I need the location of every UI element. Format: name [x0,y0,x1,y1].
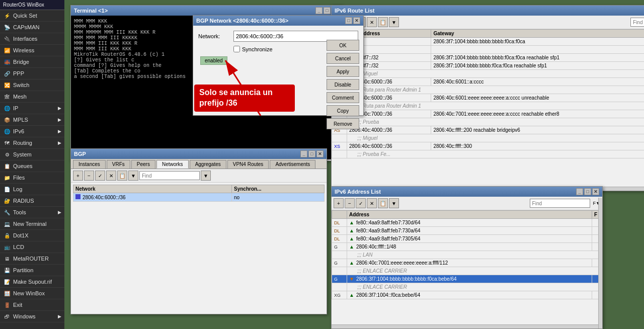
addr-disable-btn[interactable]: ✕ [367,198,377,208]
bgp-tab-vpn4routes[interactable]: VPN4 Routes [227,160,269,169]
addr-filter-btn[interactable]: ▼ [389,198,399,208]
addr-table-row[interactable]: DL ▲fe80::4aa9:8aff:feb7:730d/64 [332,219,602,227]
sidebar-item-windows[interactable]: 🗗 Windows ▶ [0,311,64,322]
bgp-copy-btn[interactable]: 📋 [117,171,127,181]
sidebar-item-mpls[interactable]: 📦 MPLS ▶ [0,114,64,126]
sidebar-item-new-winbox[interactable]: 🪟 New WinBox [0,288,64,299]
bgp-tab-instances[interactable]: Instances [73,160,106,169]
ipv6-addr-titlebar[interactable]: IPv6 Address List _ □ ✕ [332,187,602,197]
bgp-search-input[interactable] [139,171,200,180]
comment-button[interactable]: Comment [327,92,359,103]
terminal-titlebar[interactable]: Terminal <1> _ □ ✕ [71,6,342,16]
sidebar-item-make-supout[interactable]: 📝 Make Supout.rif [0,276,64,288]
addr-remove-btn[interactable]: − [345,198,355,208]
bgp-tab-advertisements[interactable]: Advertisements [270,160,315,169]
sidebar-item-quick-set[interactable]: ⚡ Quick Set [0,10,64,22]
sidebar-item-interfaces[interactable]: 🔌 Interfaces [0,33,64,45]
route-table-row[interactable]: DAb ::/0 [332,46,645,54]
sidebar-item-ip[interactable]: 🌐 IP ▶ [0,103,64,114]
route-table-row[interactable]: DAb 2806:3f7::/32 2806:3f7:1004:bbbb:bbb… [332,62,645,70]
bgp-maximize-btn[interactable]: □ [308,150,315,157]
addr-table-row[interactable]: XG ▲2806:3f7:1004::f0ca:bebe/64 [332,291,602,299]
route-table-row[interactable]: AS 2806:40c:7000::/36 2806:40c:7001:eeee… [332,110,645,118]
addr-enable-btn[interactable]: ✓ [356,198,366,208]
sidebar-item-wireless[interactable]: 📶 Wireless [0,45,64,56]
apply-button[interactable]: Apply [327,66,359,77]
route-table-row[interactable]: ;;; Ruta para Router Admin 1 [332,86,645,94]
sidebar-item-queues[interactable]: 📋 Queues [0,160,64,172]
sidebar-item-partition[interactable]: 💾 Partition [0,265,64,276]
bgp-remove-btn[interactable]: − [84,171,94,181]
route-copy-btn[interactable]: 📋 [378,17,388,27]
ipv6-route-titlebar[interactable]: IPv6 Route List _ □ ✕ [332,6,644,16]
bgp-tab-aggregates[interactable]: Aggregates [190,160,226,169]
ipv6-addr-close-btn[interactable]: ✕ [592,188,599,195]
addr-table-row[interactable]: DL ▲fe80::4aa9:8aff:feb7:730a/64 [332,227,602,235]
addr-copy-btn[interactable]: 📋 [378,198,388,208]
addr-table-row[interactable]: G ▲2806:40c:ffff::1/48 [332,243,602,251]
bgp-disable-btn[interactable]: ✕ [106,171,116,181]
route-table-row[interactable]: DAb 2806:3f7::/32 2806:3f7:1004:bbbb:bbb… [332,54,645,62]
sidebar-item-lcd[interactable]: 📺 LCD [0,241,64,253]
disable-button[interactable]: Disable [327,79,359,90]
addr-search-input[interactable] [530,199,590,208]
sidebar-item-metarouter[interactable]: 🖥 MetaROUTER [0,253,64,265]
addr-table-row[interactable]: G ▲2806:40c:7001:eeee:eeee:eeee:a:ffff/1… [332,259,602,267]
cancel-button[interactable]: Cancel [327,53,359,64]
addr-vscrollbar[interactable] [598,198,602,328]
route-table-row[interactable]: ;;; Miguel [332,134,645,142]
route-table-row[interactable]: ;;; Prueba Fe... [332,150,645,158]
addr-table-row[interactable]: ;;; ENLACE CARRIER [332,267,602,275]
terminal-maximize-btn[interactable]: □ [324,7,331,14]
sidebar-item-ppp[interactable]: 🔗 PPP [0,68,64,79]
bgp-search-arrow-btn[interactable]: ▼ [201,171,211,181]
route-table-row[interactable]: ;;; Prueba [332,118,645,126]
addr-table-row[interactable]: DL ▲fe80::4aa9:8aff:feb7:7305/64 [332,235,602,243]
bgp-table-row[interactable]: 2806:40c:6000::/36 no [73,193,325,202]
bgp-tab-peers[interactable]: Peers [131,160,155,169]
sidebar-item-dot1x[interactable]: 🔒 Dot1X [0,230,64,241]
sidebar-item-exit[interactable]: 🚪 Exit [0,299,64,311]
route-search-input[interactable] [630,18,644,27]
addr-table-row[interactable]: G ▼2806:3f7:1004:bbbb:bbbb:bbbb:f0ca:beb… [332,275,602,283]
bgp-minimize-btn[interactable]: _ [300,150,307,157]
route-table-row[interactable]: ;;; Ruta para Router Admin 1 [332,102,645,110]
sidebar-item-switch[interactable]: 🔀 Switch [0,79,64,91]
addr-table-row[interactable]: ;;; LAN [332,251,602,259]
bgp-tab-networks[interactable]: Networks [156,160,189,169]
sidebar-item-ipv6[interactable]: 🌐 IPv6 ▶ [0,126,64,137]
sidebar-item-files[interactable]: 📁 Files [0,172,64,184]
bgp-titlebar[interactable]: BGP _ □ ✕ [71,149,327,159]
bgp-network-dialog-close-btn[interactable]: ✕ [353,17,360,24]
sidebar-item-routing[interactable]: 🗺 Routing ▶ [0,137,64,149]
route-table-row[interactable]: AS 2806:40c:4000::/36 2806:40c:ffff::200… [332,126,645,134]
route-table-row[interactable]: XS ::/0 2806:3f7:1004:bbbb:bbbb:bbbb:f0c… [332,38,645,46]
route-table-row[interactable]: XS 2806:40c:6000::/36 2806:40c:ffff::300 [332,142,645,150]
sidebar-item-log[interactable]: 📄 Log [0,184,64,195]
addr-table-row[interactable]: ;;; ENLACE CARRIER [332,283,602,291]
sidebar-item-radius[interactable]: 🔐 RADIUS [0,195,64,207]
bgp-network-dialog-maximize-btn[interactable]: □ [345,17,352,24]
ipv6-addr-minimize-btn[interactable]: _ [576,188,583,195]
sidebar-item-tools[interactable]: 🔧 Tools ▶ [0,207,64,218]
remove-button[interactable]: Remove [327,118,359,129]
ipv6-addr-maximize-btn[interactable]: □ [584,188,591,195]
sidebar-item-system[interactable]: ⚙ System [0,149,64,160]
sidebar-item-capsman[interactable]: 📡 CAPsMAN [0,22,64,33]
sidebar-item-new-terminal[interactable]: 💻 New Terminal [0,218,64,230]
ok-button[interactable]: OK [327,40,359,51]
terminal-minimize-btn[interactable]: _ [315,7,323,14]
addr-add-btn[interactable]: + [334,198,344,208]
bgp-filter-btn[interactable]: ▼ [128,171,138,181]
addr-hscrollbar[interactable] [332,324,598,328]
bgp-network-dialog-titlebar[interactable]: BGP Network <2806:40c:6000::/36> □ ✕ [193,16,363,26]
bgp-close-btn[interactable]: ✕ [316,150,324,157]
sidebar-item-bridge[interactable]: 🌉 Bridge [0,56,64,68]
route-table-row[interactable]: ;;; Miguel [332,70,645,78]
bgp-enable-btn[interactable]: ✓ [95,171,105,181]
sidebar-item-mesh[interactable]: 🕸 Mesh [0,91,64,103]
route-table-row[interactable]: S 2806:40c:6000::/36 2806:40c:6001::a:cc… [332,78,645,86]
route-table-row[interactable]: S 2806:40c:6000::/36 2806:40c:6001:eeee:… [332,94,645,102]
route-filter-btn[interactable]: ▼ [389,17,399,27]
bgp-add-btn[interactable]: + [73,171,83,181]
